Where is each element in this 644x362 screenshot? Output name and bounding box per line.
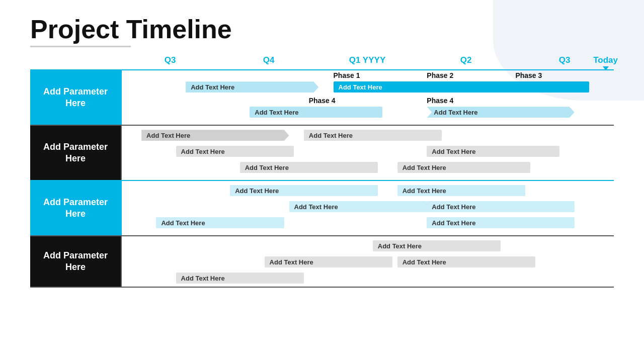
page-title: Project Timeline [30,15,614,44]
row-3-bar-6: Add Text Here [427,217,574,228]
phase-3-label: Phase 3 [515,71,542,79]
timeline-container: Add Parameter Here Phase 1 Phase 2 Phase… [30,69,614,288]
row-2-bar-3: Add Text Here [176,146,294,157]
row-3-bar-3: Add Text Here [289,201,427,212]
row-2-content: Add Text Here Add Text Here Add Text Her… [121,126,614,180]
row-4-bar-1: Add Text Here [373,240,501,251]
timeline-row-4: Add Parameter Here Add Text Here Add Tex… [30,235,614,288]
row-1-bar-arrow: Add Text Here [186,81,318,93]
row-1-bar-phase123: Add Text Here [334,81,590,93]
timeline-row-3: Add Parameter Here Add Text Here Add Tex… [30,180,614,235]
page-content: Project Timeline Q3 Q4 Q1 YYYY Q2 Q3 Tod… [0,0,644,298]
row-1-label: Add Parameter Here [30,70,121,125]
row-2-bar-2: Add Text Here [304,130,442,141]
row-2-label: Add Parameter Here [30,126,121,180]
row-4-bar-4: Add Text Here [176,273,304,284]
phase-2-label: Phase 2 [427,71,453,79]
row-2-bar-5: Add Text Here [240,162,378,173]
row-1-content: Phase 1 Phase 2 Phase 3 Add Text Here Ad… [121,70,614,125]
row-4-bar-2: Add Text Here [265,256,392,267]
row-3-bar-5: Add Text Here [156,217,284,228]
row-3-content: Add Text Here Add Text Here Add Text Her… [121,181,614,235]
today-label: Today [593,55,618,70]
timeline-header: Q3 Q4 Q1 YYYY Q2 Q3 Today [121,55,614,65]
phase-1-label: Phase 1 [334,71,360,79]
quarter-q1: Q1 YYYY [318,55,417,65]
phase-4-left-label: Phase 4 [309,97,336,105]
row-1-bar-arrow2: Add Text Here [427,107,574,118]
row-4-content: Add Text Here Add Text Here Add Text Her… [121,236,614,287]
quarter-q4: Q4 [219,55,318,65]
row-3-label: Add Parameter Here [30,181,121,235]
phase-4-right-label: Phase 4 [427,97,453,105]
quarter-q3-1: Q3 [121,55,219,65]
row-4-bar-3: Add Text Here [397,256,535,267]
row-2-bar-6: Add Text Here [397,162,530,173]
row-3-bar-4: Add Text Here [427,201,574,212]
row-4-label: Add Parameter Here [30,236,121,287]
row-2-bar-1: Add Text Here [141,130,289,141]
quarter-q2: Q2 [417,55,515,65]
timeline-row-2: Add Parameter Here Add Text Here Add Tex… [30,125,614,180]
timeline-row-1: Add Parameter Here Phase 1 Phase 2 Phase… [30,69,614,125]
row-1-bar-2: Add Text Here [250,107,382,118]
title-underline [30,46,131,47]
row-3-bar-2: Add Text Here [397,185,525,196]
row-3-bar-1: Add Text Here [230,185,377,196]
row-2-bar-4: Add Text Here [427,146,559,157]
